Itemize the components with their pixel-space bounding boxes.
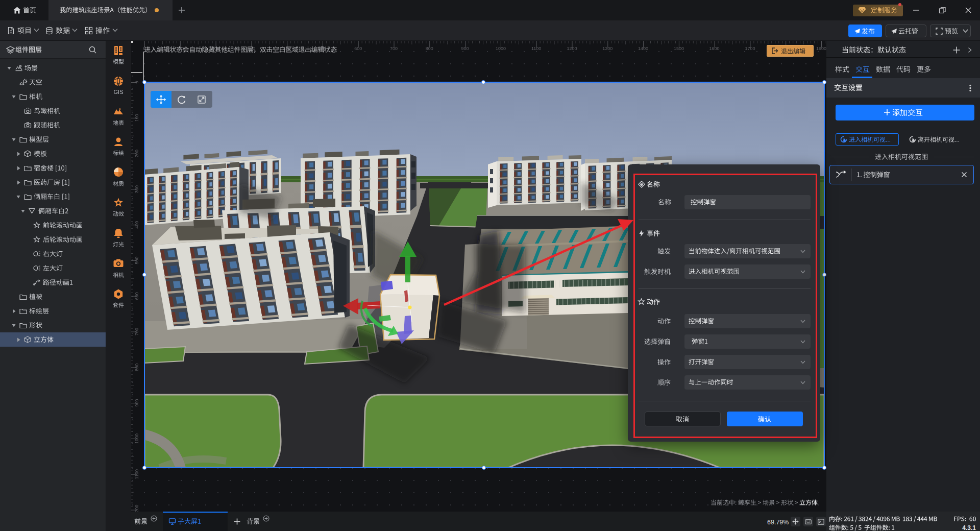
svg-text:1000: 1000 — [134, 433, 139, 444]
svg-text:400: 400 — [134, 221, 139, 229]
svg-text:1500: 1500 — [674, 46, 684, 51]
svg-text:1100: 1100 — [134, 469, 139, 479]
svg-text:800: 800 — [134, 364, 139, 371]
svg-text:1000: 1000 — [496, 46, 506, 51]
svg-text:1200: 1200 — [134, 504, 139, 512]
svg-text:1400: 1400 — [638, 46, 648, 51]
svg-text:4.3.1: 4.3.1 — [962, 524, 976, 531]
svg-text:600: 600 — [134, 292, 139, 300]
svg-text:100: 100 — [134, 114, 139, 122]
svg-text:69.79%: 69.79% — [767, 519, 789, 526]
svg-text:600: 600 — [354, 46, 362, 51]
svg-text:1900: 1900 — [816, 46, 826, 51]
svg-text:300: 300 — [134, 185, 139, 193]
svg-text:1300: 1300 — [602, 46, 612, 51]
svg-text:500: 500 — [134, 256, 139, 264]
svg-text:800: 800 — [426, 46, 433, 51]
svg-text:900: 900 — [461, 46, 469, 51]
svg-text:900: 900 — [134, 399, 139, 407]
svg-text:GIS: GIS — [114, 89, 124, 95]
svg-text:1700: 1700 — [745, 46, 755, 51]
svg-text:1600: 1600 — [709, 46, 720, 51]
svg-text:1200: 1200 — [567, 46, 577, 51]
svg-text:0: 0 — [134, 81, 139, 83]
svg-text:700: 700 — [134, 328, 139, 335]
svg-text:700: 700 — [390, 46, 398, 51]
svg-text:1100: 1100 — [531, 46, 541, 51]
svg-text:200: 200 — [134, 150, 139, 157]
